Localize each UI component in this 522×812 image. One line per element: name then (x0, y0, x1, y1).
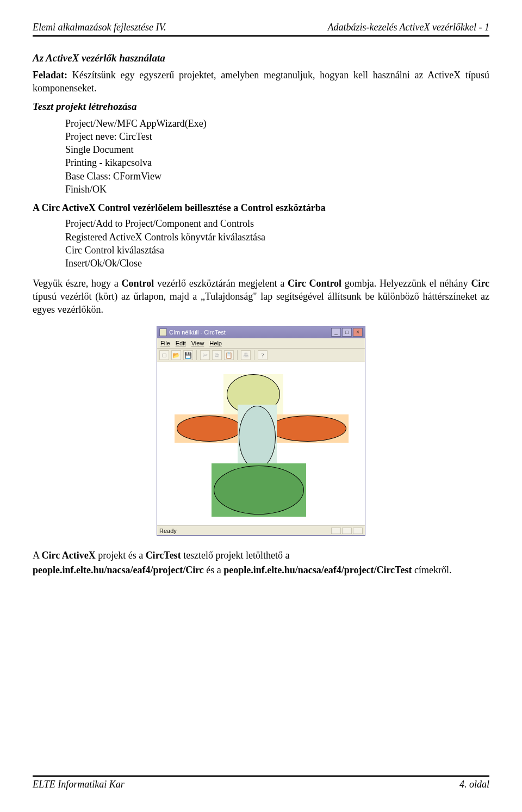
screenshot-circtest-window: Cím nélküli - CircTest _ □ × File Edit V… (157, 326, 365, 536)
status-panes (331, 528, 363, 534)
client-area (157, 362, 365, 525)
open-icon[interactable]: 📂 (171, 350, 181, 360)
heading-activex-usage: Az ActiveX vezérlők használata (33, 52, 489, 64)
link-circtest: people.inf.elte.hu/nacsa/eaf4/project/Ci… (223, 565, 412, 575)
step-line: Insert/Ok/Ok/Close (65, 257, 489, 270)
statusbar: Ready (157, 525, 365, 535)
toolbar-separator (254, 350, 254, 360)
link-circ: people.inf.elte.hu/nacsa/eaf4/project/Ci… (33, 565, 204, 575)
step-line: Registered ActiveX Controls könyvtár kiv… (65, 231, 489, 244)
step-line: Project/New/MFC AppWizard(Exe) (65, 117, 489, 130)
step-line: Project neve: CircTest (65, 130, 489, 143)
text-task-body: Készítsünk egy egyszerű projektet, amely… (33, 70, 489, 94)
status-pane (342, 528, 352, 534)
help-icon[interactable]: ? (258, 350, 268, 360)
cut-icon[interactable]: ✂ (200, 350, 210, 360)
paragraph-task: Feladat: Készítsünk egy egyszerű projekt… (33, 69, 489, 95)
menu-file[interactable]: File (160, 340, 170, 346)
toolbar-separator (196, 350, 197, 360)
menu-edit[interactable]: Edit (176, 340, 186, 346)
circ-control[interactable] (239, 406, 276, 469)
step-line: Base Class: CFormView (65, 170, 489, 183)
save-icon[interactable]: 💾 (183, 350, 193, 360)
status-text: Ready (159, 528, 177, 534)
paragraph-download-1: A Circ ActiveX projekt és a CircTest tes… (33, 549, 489, 562)
step-line: Circ Control kiválasztása (65, 244, 489, 257)
menu-help[interactable]: Help (209, 340, 222, 346)
app-icon (159, 328, 167, 336)
copy-icon[interactable]: ⧉ (212, 350, 222, 360)
status-pane (331, 528, 341, 534)
menu-view[interactable]: View (191, 340, 204, 346)
circ-control[interactable] (214, 466, 304, 515)
window-title: Cím nélküli - CircTest (169, 329, 226, 336)
steps-create-project: Project/New/MFC AppWizard(Exe) Project n… (65, 117, 489, 196)
close-button[interactable]: × (353, 328, 363, 337)
step-line: Printing - kikapcsolva (65, 156, 489, 169)
toolbar-separator (237, 350, 238, 360)
steps-insert-control: Project/Add to Project/Component and Con… (65, 217, 489, 270)
minimize-button[interactable]: _ (331, 328, 341, 337)
paragraph-observe: Vegyük észre, hogy a Control vezérlő esz… (33, 277, 489, 317)
titlebar: Cím nélküli - CircTest _ □ × (157, 326, 365, 338)
toolbar: □ 📂 💾 ✂ ⧉ 📋 🖶 ? (157, 349, 365, 362)
footer-right: 4. oldal (459, 779, 489, 790)
header-rule (33, 35, 489, 37)
status-pane (353, 528, 363, 534)
step-line: Project/Add to Project/Component and Con… (65, 217, 489, 230)
heading-insert-control: A Circ ActiveX Control vezérlőelem beill… (33, 202, 489, 214)
paragraph-download-2: people.inf.elte.hu/nacsa/eaf4/project/Ci… (33, 563, 489, 577)
menubar: File Edit View Help (157, 338, 365, 349)
step-line: Single Document (65, 143, 489, 156)
step-line: Finish/OK (65, 183, 489, 196)
label-feladat: Feladat: (33, 70, 67, 80)
new-icon[interactable]: □ (159, 350, 169, 360)
header-right: Adatbázis-kezelés ActiveX vezérlőkkel - … (327, 22, 489, 33)
heading-test-project: Teszt projekt létrehozása (33, 101, 489, 113)
footer-left: ELTE Informatikai Kar (33, 779, 125, 790)
print-icon[interactable]: 🖶 (241, 350, 251, 360)
maximize-button[interactable]: □ (342, 328, 352, 337)
paste-icon[interactable]: 📋 (224, 350, 234, 360)
header-left: Elemi alkalmazások fejlesztése IV. (33, 22, 166, 33)
